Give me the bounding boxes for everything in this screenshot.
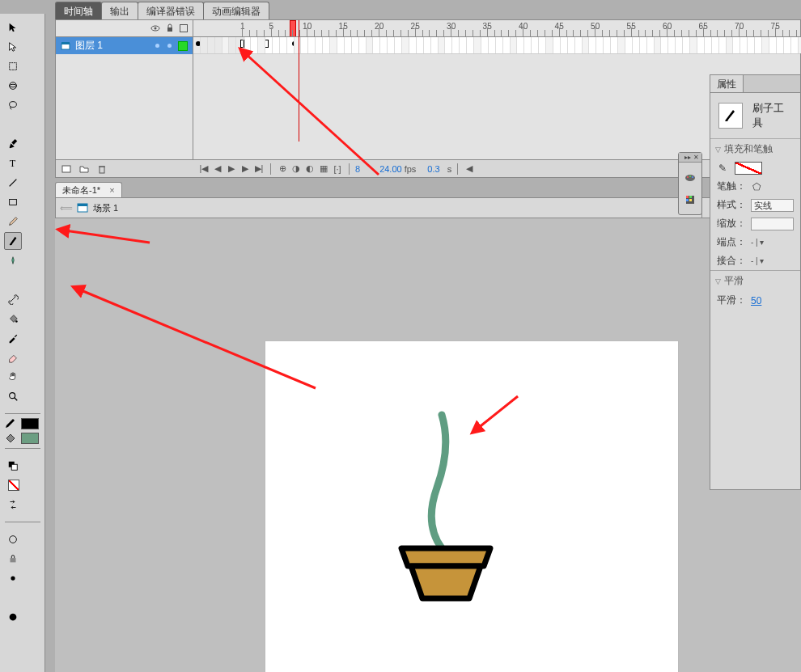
svg-rect-13 <box>11 558 16 562</box>
lock-icon[interactable] <box>165 23 175 33</box>
subselection-tool[interactable] <box>4 38 22 56</box>
outline-icon[interactable] <box>180 24 188 32</box>
svg-point-15 <box>10 614 17 621</box>
pencil-icon: ✎ <box>717 163 728 174</box>
svg-point-27 <box>687 176 689 178</box>
tool-name: 刷子工具 <box>752 101 792 130</box>
scroll-left-button[interactable]: ◀ <box>464 163 475 175</box>
svg-point-29 <box>692 176 693 178</box>
bone-tool[interactable] <box>4 290 22 308</box>
layer-header <box>56 20 193 37</box>
smooth-value[interactable]: 50 <box>751 295 761 306</box>
next-frame-button[interactable]: ▶ <box>239 163 251 175</box>
play-button[interactable]: ▶ <box>226 163 237 175</box>
cap-label: 端点： <box>717 235 746 249</box>
paint-bucket-tool[interactable] <box>4 310 22 328</box>
style-dropdown[interactable]: 实线 <box>751 199 794 212</box>
timeline-ruler[interactable]: 151015202530354045505560657075808590 <box>193 20 800 37</box>
deco-tool[interactable] <box>4 251 22 269</box>
new-folder-button[interactable] <box>78 163 90 175</box>
prev-frame-button[interactable]: ◀ <box>212 163 223 175</box>
modify-markers-button[interactable]: [·] <box>332 163 343 175</box>
current-frame: 8 <box>355 164 360 174</box>
tab-output[interactable]: 输出 <box>101 2 138 19</box>
svg-rect-32 <box>689 196 692 198</box>
playhead[interactable] <box>290 20 296 37</box>
join-dropdown[interactable]: - | ▾ <box>751 256 764 265</box>
svg-rect-6 <box>10 200 17 205</box>
pen-tool[interactable] <box>4 135 22 153</box>
no-color-button[interactable] <box>4 476 22 494</box>
frame-row[interactable] <box>193 37 800 54</box>
stroke-color-swatch[interactable] <box>21 418 39 429</box>
scale-dropdown[interactable] <box>751 218 794 230</box>
layer-row[interactable]: 图层 1 <box>56 37 193 54</box>
black-white-button[interactable] <box>4 457 22 475</box>
option-brush-size[interactable] <box>4 569 22 587</box>
cap-dropdown[interactable]: - | ▾ <box>751 238 764 247</box>
swatches-panel-button[interactable] <box>684 171 696 183</box>
eye-icon[interactable] <box>150 23 160 33</box>
timeline-panel-tabs: 时间轴 输出 编译器错误 动画编辑器 <box>55 2 269 19</box>
close-icon[interactable]: ✕ <box>693 154 699 161</box>
new-layer-button[interactable] <box>61 163 72 175</box>
scale-label: 缩放： <box>717 217 746 230</box>
zoom-tool[interactable] <box>4 387 22 405</box>
back-button[interactable]: ⟸ <box>61 202 72 213</box>
svg-rect-22 <box>100 167 104 173</box>
layer-icon <box>61 41 70 51</box>
stage-area[interactable] <box>55 218 801 672</box>
svg-point-17 <box>155 27 157 30</box>
option-lock-fill[interactable] <box>4 550 22 568</box>
layer-outline-swatch[interactable] <box>178 41 188 51</box>
delete-layer-button[interactable] <box>96 163 108 175</box>
text-tool[interactable]: T <box>4 154 22 172</box>
style-label: 样式： <box>717 198 746 212</box>
tab-motion-editor[interactable]: 动画编辑器 <box>203 2 269 19</box>
stroke-swatch[interactable] <box>735 162 762 175</box>
onion-skin-button[interactable]: ◑ <box>290 163 302 175</box>
hand-tool[interactable] <box>4 368 22 386</box>
tab-compiler-errors[interactable]: 编译器错误 <box>138 2 204 19</box>
selection-tool[interactable] <box>4 19 22 36</box>
stroke-color-row[interactable] <box>3 417 41 430</box>
section-smoothing[interactable]: 平滑 <box>710 271 800 291</box>
center-frame-button[interactable]: ⊕ <box>277 163 288 175</box>
smooth-label: 平滑： <box>717 294 746 307</box>
color-panel-button[interactable] <box>684 194 696 205</box>
svg-point-3 <box>10 102 17 108</box>
close-tab-button[interactable]: × <box>109 185 114 195</box>
3d-rotation-tool[interactable] <box>4 77 22 95</box>
svg-rect-31 <box>686 196 689 198</box>
option-brush-shape[interactable] <box>4 608 22 626</box>
first-frame-button[interactable]: |◀ <box>198 163 210 175</box>
section-fill-stroke[interactable]: 填充和笔触 <box>710 139 800 159</box>
eyedropper-tool[interactable] <box>4 329 22 347</box>
fill-color-row[interactable] <box>3 432 41 445</box>
document-tab-label: 未命名-1* <box>62 185 100 195</box>
option-object-drawing[interactable] <box>4 530 22 548</box>
svg-rect-19 <box>61 44 70 49</box>
pencil-tool[interactable] <box>4 213 22 230</box>
collapse-icon[interactable]: ▸▸ <box>684 154 691 161</box>
svg-line-9 <box>15 398 18 401</box>
rectangle-tool[interactable] <box>4 193 22 211</box>
canvas-artwork <box>265 341 678 672</box>
document-tab[interactable]: 未命名-1* × <box>55 182 122 197</box>
stage-canvas[interactable] <box>265 341 678 672</box>
stroke-slider-icon[interactable]: ⬠ <box>751 181 762 192</box>
free-transform-tool[interactable] <box>4 57 22 75</box>
eraser-tool[interactable] <box>4 349 22 366</box>
brush-tool[interactable] <box>4 232 22 250</box>
tab-properties[interactable]: 属性 <box>710 75 744 92</box>
lasso-tool[interactable] <box>4 96 22 114</box>
edit-multiple-button[interactable]: ▦ <box>318 163 329 175</box>
tab-timeline[interactable]: 时间轴 <box>55 2 102 19</box>
swap-colors-button[interactable] <box>4 496 22 514</box>
onion-outline-button[interactable]: ◐ <box>304 163 316 175</box>
time-value: 0.3 <box>427 164 439 174</box>
fps-value: 24.00 <box>379 164 402 174</box>
fill-color-swatch[interactable] <box>21 433 39 444</box>
last-frame-button[interactable]: ▶| <box>253 163 265 175</box>
line-tool[interactable] <box>4 174 22 192</box>
